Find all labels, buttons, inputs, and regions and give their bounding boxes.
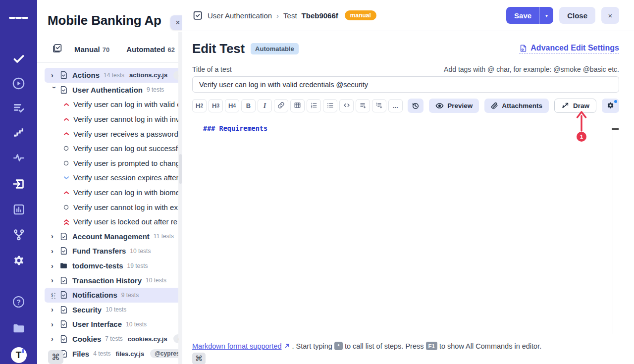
bullet-list-add-icon <box>359 102 367 110</box>
dismiss-button[interactable]: × <box>601 7 619 24</box>
close-button[interactable]: Close <box>559 7 595 24</box>
chevron-right-icon[interactable]: › <box>51 247 59 255</box>
tree-test-row[interactable]: Verify user session expires after <box>37 170 182 185</box>
link-button[interactable] <box>274 99 288 112</box>
markdown-help-link[interactable]: Markdown format supported <box>192 342 290 350</box>
runs-play-icon[interactable] <box>9 75 29 93</box>
settings-gear-icon[interactable] <box>9 252 29 269</box>
chevron-right-icon[interactable]: › <box>51 335 59 343</box>
menu-icon[interactable] <box>9 9 29 27</box>
activity-pulse-icon[interactable] <box>9 150 29 167</box>
tree-test-row[interactable]: Verify user can log out successfu <box>37 141 182 156</box>
chevron-right-icon[interactable]: › <box>51 262 59 270</box>
tree-item-label: Verify user can log in with biome <box>73 188 180 197</box>
projects-folder-icon[interactable] <box>9 320 29 338</box>
formatting-buttons: H2H3H4BI... <box>192 99 403 112</box>
bullet-list-add-button[interactable] <box>356 99 370 112</box>
history-button[interactable] <box>408 99 423 113</box>
tree-test-row[interactable]: Verify user cannot log in with ex <box>37 200 182 214</box>
priority-high-icon <box>63 189 71 196</box>
chevron-right-icon[interactable]: › <box>51 320 59 328</box>
priority-low-icon <box>63 174 71 181</box>
tree-suite-row[interactable]: ›Notifications9 tests <box>45 288 182 303</box>
drag-handle-icon[interactable] <box>51 292 56 299</box>
tree-suite-row[interactable]: ›Cookies7 testscookies.cy.js@c <box>37 332 182 347</box>
italic-button[interactable]: I <box>258 99 272 112</box>
panel-close-button[interactable]: × <box>170 15 182 30</box>
tree-suite-row[interactable]: ›Transaction History10 tests <box>37 273 182 288</box>
ordered-list-button[interactable] <box>307 99 321 112</box>
test-tree: ›Actions14 testsactions.cy.js@c›User Aut… <box>37 68 182 361</box>
tree-test-row[interactable]: Verify user can log in with biome <box>37 185 182 200</box>
tree-item-count: 9 tests <box>121 292 139 299</box>
tree-suite-row[interactable]: ›todomvc-tests19 tests <box>37 259 182 273</box>
tree-suite-row[interactable]: ›User Authentication9 tests <box>37 83 182 98</box>
tree-suite-row[interactable]: ›User Interface10 tests <box>37 317 182 332</box>
tab-automated[interactable]: Automated 62 <box>126 45 175 53</box>
priority-high-icon <box>63 101 71 108</box>
manual-badge: manual <box>345 10 376 20</box>
project-panel: Mobile Banking Ap × Manual 70 Automated … <box>37 0 182 364</box>
tree-test-row[interactable]: Verify user cannot log in with inv <box>37 112 182 127</box>
tree-test-row[interactable]: Verify user is prompted to chang <box>37 156 182 171</box>
tree-suite-row[interactable]: ›Account Management11 tests <box>37 229 182 244</box>
help-icon[interactable]: ? <box>9 293 29 311</box>
tests-check-icon[interactable] <box>9 50 29 68</box>
tree-item-count: 14 tests <box>104 72 124 79</box>
tree-item-count: 10 tests <box>106 306 126 313</box>
attachments-button[interactable]: Attachments <box>484 99 549 113</box>
history-icon <box>412 102 420 110</box>
table-button[interactable] <box>290 99 305 112</box>
chevron-down-icon[interactable]: › <box>51 87 58 95</box>
tree-item-label: Verify user can log out successfu <box>73 144 182 153</box>
app-logo[interactable]: T <box>9 346 29 364</box>
tree-suite-row[interactable]: ›Fund Transfers10 tests <box>37 244 182 259</box>
chevron-right-icon[interactable]: › <box>51 232 59 240</box>
tree-item-count: 19 tests <box>127 262 148 269</box>
chevron-right-icon[interactable]: › <box>51 276 59 284</box>
test-title-input[interactable] <box>192 76 619 93</box>
heading4-button[interactable]: H4 <box>225 99 239 112</box>
project-title: Mobile Banking Ap <box>48 13 182 28</box>
preview-button[interactable]: Preview <box>429 99 479 113</box>
save-dropdown-caret[interactable]: ▾ <box>539 7 553 24</box>
chevron-right-icon[interactable]: › <box>51 306 59 313</box>
heading3-button[interactable]: H3 <box>209 99 223 112</box>
select-tests-icon[interactable] <box>52 43 62 55</box>
tab-manual[interactable]: Manual 70 <box>74 45 109 53</box>
command-key-badge[interactable]: ⌘ <box>192 353 206 364</box>
chevron-right-icon[interactable]: › <box>51 71 59 79</box>
command-key-badge[interactable]: ⌘ <box>48 350 63 364</box>
editor-settings-button[interactable] <box>602 99 619 113</box>
tree-item-label: Verify user cannot log in with inv <box>73 115 179 123</box>
panel-tabs: Manual 70 Automated 62 <box>52 43 182 55</box>
tree-test-row[interactable]: Verify user can log in with valid cre <box>37 97 182 112</box>
more-formatting-button[interactable]: ... <box>388 99 403 112</box>
folder-icon <box>59 261 68 270</box>
steps-icon[interactable] <box>9 124 29 142</box>
tree-suite-row[interactable]: ›Actions14 testsactions.cy.js@c <box>45 68 182 83</box>
priority-high-icon <box>63 130 71 137</box>
import-icon[interactable] <box>9 175 29 193</box>
tree-test-row[interactable]: Verify user is locked out after re <box>37 214 182 229</box>
code-button[interactable] <box>339 99 354 112</box>
breadcrumb-test-id[interactable]: Tbeb9066f <box>302 11 338 20</box>
tree-scrollbar[interactable] <box>178 32 182 364</box>
tree-suite-row[interactable]: ›Security10 tests <box>37 303 182 317</box>
plans-list-check-icon[interactable] <box>9 99 29 117</box>
editor-content[interactable]: ### Requirements <box>192 118 619 132</box>
ordered-list-add-button[interactable] <box>372 99 386 112</box>
bullet-list-button[interactable] <box>323 99 337 112</box>
advanced-edit-settings-link[interactable]: Advanced Edit Settings <box>519 44 619 54</box>
heading2-button[interactable]: H2 <box>192 99 207 112</box>
save-button[interactable]: Save ▾ <box>506 7 553 24</box>
branch-icon[interactable] <box>9 226 29 244</box>
tree-item-label: todomvc-tests <box>72 261 123 270</box>
markdown-editor[interactable]: ### Requirements <box>192 118 619 338</box>
breadcrumb-suite[interactable]: User Authentication <box>208 11 272 20</box>
priority-normal-icon <box>63 145 71 152</box>
bold-button[interactable]: B <box>241 99 256 112</box>
tree-test-row[interactable]: Verify user receives a password r <box>37 126 182 141</box>
editor-scroll-dash[interactable] <box>612 128 619 130</box>
reports-chart-icon[interactable] <box>9 201 29 218</box>
